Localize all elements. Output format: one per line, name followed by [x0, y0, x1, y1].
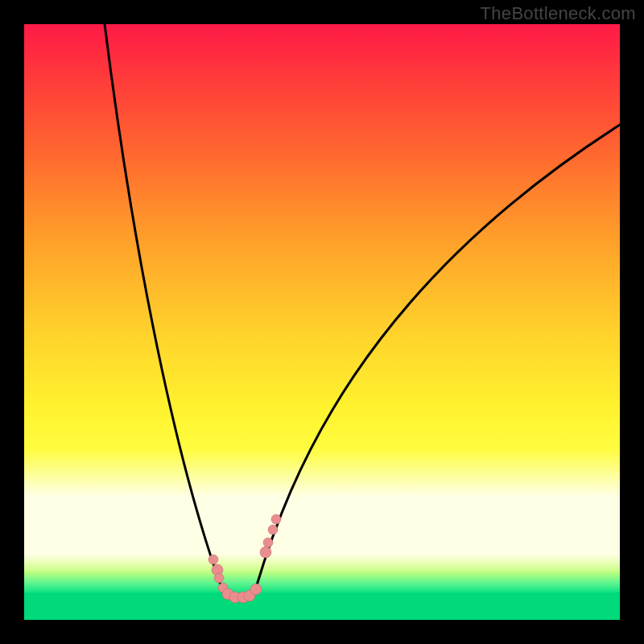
data-point	[260, 547, 271, 558]
chart-frame: TheBottleneck.com	[0, 0, 644, 644]
data-point	[214, 573, 224, 583]
data-points	[208, 514, 281, 603]
data-point	[250, 584, 262, 595]
bottleneck-curve	[105, 24, 620, 597]
plot-area	[24, 24, 620, 620]
data-point	[271, 514, 281, 524]
curve-layer	[24, 24, 620, 620]
watermark-text: TheBottleneck.com	[481, 3, 636, 24]
data-point	[263, 538, 273, 547]
data-point	[208, 555, 218, 564]
data-point	[268, 525, 278, 535]
